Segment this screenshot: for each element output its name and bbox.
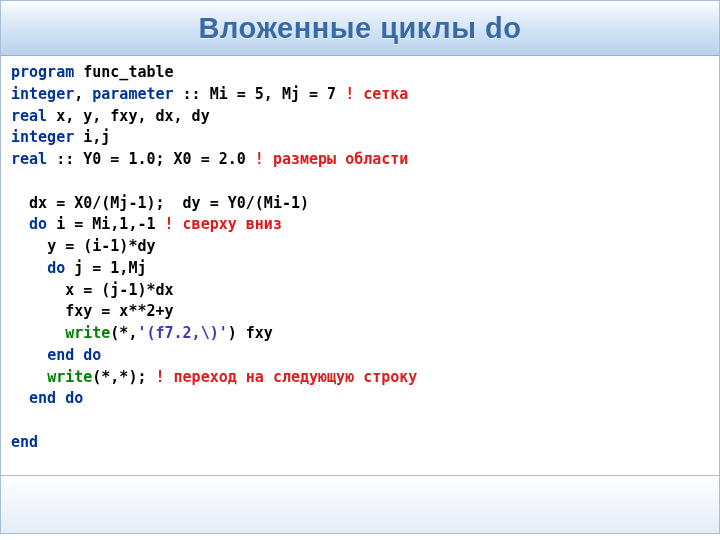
kw-write: write bbox=[65, 324, 110, 342]
kw-end-do: end do bbox=[29, 389, 83, 407]
comment: ! переход на следующую строку bbox=[156, 368, 418, 386]
kw-real: real bbox=[11, 107, 47, 125]
kw-integer: integer bbox=[11, 85, 74, 103]
format-string: '(f7.2,\)' bbox=[137, 324, 227, 342]
kw-real: real bbox=[11, 150, 47, 168]
kw-program: program bbox=[11, 63, 74, 81]
kw-parameter: parameter bbox=[92, 85, 173, 103]
slide-header: Вложенные циклы do bbox=[0, 0, 720, 56]
kw-do: do bbox=[47, 259, 65, 277]
slide-title: Вложенные циклы do bbox=[199, 12, 522, 45]
comment: ! сверху вниз bbox=[165, 215, 282, 233]
kw-end: end bbox=[11, 433, 38, 451]
kw-end-do: end do bbox=[47, 346, 101, 364]
kw-write: write bbox=[47, 368, 92, 386]
code-block: program func_table integer, parameter ::… bbox=[0, 56, 720, 476]
kw-do: do bbox=[29, 215, 47, 233]
comment: ! сетка bbox=[345, 85, 408, 103]
code-content: program func_table integer, parameter ::… bbox=[11, 62, 709, 454]
slide-footer bbox=[0, 476, 720, 534]
comment: ! размеры области bbox=[255, 150, 409, 168]
kw-integer: integer bbox=[11, 128, 74, 146]
